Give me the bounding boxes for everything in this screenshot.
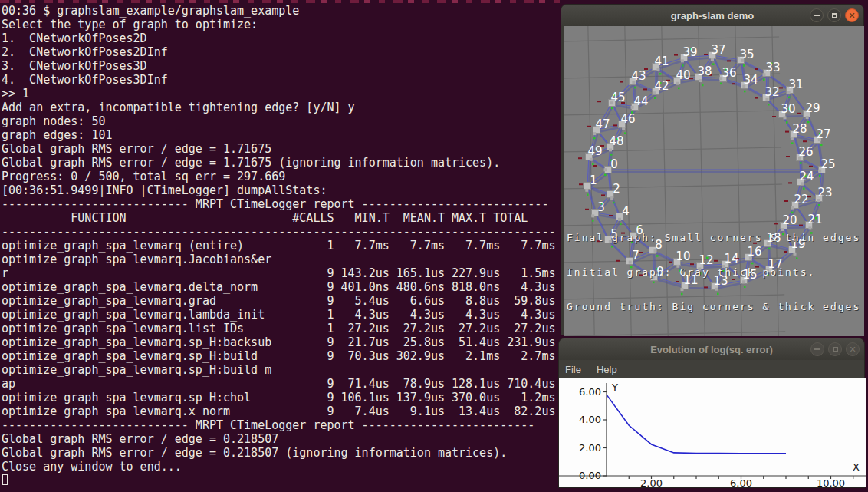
svg-text:33: 33 [765, 61, 780, 74]
menu-file[interactable]: File [559, 360, 589, 378]
svg-text:29: 29 [805, 101, 820, 115]
svg-text:36: 36 [722, 66, 736, 80]
svg-text:6.00: 6.00 [730, 477, 752, 487]
svg-text:39: 39 [682, 45, 697, 59]
svg-text:2: 2 [613, 182, 620, 196]
svg-text:0.00: 0.00 [579, 470, 601, 481]
terminal-output: 00:36 $ graphslam_example/graphslam_exam… [2, 4, 555, 474]
legend-line-final: Final graph: Small corners & thin edges [567, 232, 860, 243]
close-button[interactable]: ✕ [845, 8, 859, 22]
error-plot-window: Evolution of log(sq. error) ✕ File Help … [558, 338, 865, 488]
svg-text:49: 49 [587, 144, 602, 158]
svg-text:48: 48 [609, 134, 623, 148]
svg-text:26: 26 [798, 145, 813, 159]
svg-text:27: 27 [816, 127, 830, 141]
svg-text:23: 23 [817, 186, 832, 200]
svg-text:24: 24 [799, 170, 814, 183]
svg-text:32: 32 [764, 85, 779, 99]
svg-text:44: 44 [633, 94, 648, 108]
terminal-cursor [2, 474, 8, 485]
svg-text:6.00: 6.00 [579, 386, 601, 398]
legend-line-initial: Initial graph: Gray thick points. [567, 266, 860, 278]
minimize-icon [814, 15, 820, 16]
desktop: 00:36 $ graphslam_example/graphslam_exam… [0, 0, 868, 492]
minimize-button[interactable] [810, 342, 824, 356]
terminal-window[interactable]: 00:36 $ graphslam_example/graphslam_exam… [0, 0, 565, 492]
minimize-button[interactable] [810, 8, 824, 22]
maximize-icon [833, 347, 838, 352]
svg-text:28: 28 [792, 122, 807, 136]
svg-text:41: 41 [654, 54, 669, 68]
legend-line-groundtruth: Ground truth: Big corners & thick edges [567, 301, 860, 312]
svg-text:45: 45 [610, 91, 625, 104]
minimize-icon [814, 348, 820, 350]
svg-text:37: 37 [711, 43, 725, 57]
close-icon: ✕ [848, 12, 855, 20]
svg-text:31: 31 [788, 78, 803, 91]
clipped-previous-line [0, 0, 560, 3]
error-plot-area[interactable]: 2.006.0010.000.002.004.006.00YX [559, 378, 866, 487]
svg-text:2.00: 2.00 [579, 442, 601, 454]
close-icon: ✕ [849, 345, 856, 354]
svg-text:4.00: 4.00 [579, 414, 601, 425]
svg-text:46: 46 [620, 112, 635, 126]
svg-text:Y: Y [611, 381, 618, 393]
svg-text:0: 0 [610, 157, 618, 171]
maximize-button[interactable] [827, 8, 841, 22]
maximize-icon [832, 13, 837, 18]
svg-text:35: 35 [739, 48, 754, 61]
svg-text:40: 40 [676, 68, 690, 82]
svg-text:X: X [853, 461, 860, 473]
graph-legend-overlay: Final graph: Small corners & thin edges … [567, 209, 860, 335]
svg-text:1: 1 [590, 173, 597, 187]
svg-text:22: 22 [794, 193, 808, 206]
window-title: Evolution of log(sq. error) [650, 344, 773, 355]
svg-text:47: 47 [595, 117, 610, 131]
maximize-button[interactable] [828, 342, 842, 356]
svg-text:30: 30 [781, 102, 795, 116]
graph-3d-viewport[interactable]: 0123456789101112131415161718192021222324… [564, 26, 864, 336]
svg-text:25: 25 [820, 157, 835, 171]
graph-slam-titlebar[interactable]: graph-slam demo ✕ [561, 5, 863, 26]
error-plot-canvas: 2.006.0010.000.002.004.006.00YX [559, 378, 866, 487]
graph-slam-window: graph-slam demo ✕ 0123456789101112131415… [561, 4, 864, 335]
svg-text:43: 43 [631, 69, 646, 83]
menubar: File Help [559, 360, 864, 378]
svg-text:42: 42 [654, 79, 669, 93]
close-button[interactable]: ✕ [846, 342, 860, 356]
svg-text:34: 34 [743, 73, 758, 87]
svg-text:38: 38 [697, 64, 712, 78]
svg-text:2.00: 2.00 [640, 477, 663, 487]
window-title: graph-slam demo [671, 10, 754, 21]
svg-text:10.00: 10.00 [817, 477, 845, 487]
error-plot-titlebar[interactable]: Evolution of log(sq. error) ✕ [559, 338, 864, 360]
menu-help[interactable]: Help [589, 360, 625, 378]
